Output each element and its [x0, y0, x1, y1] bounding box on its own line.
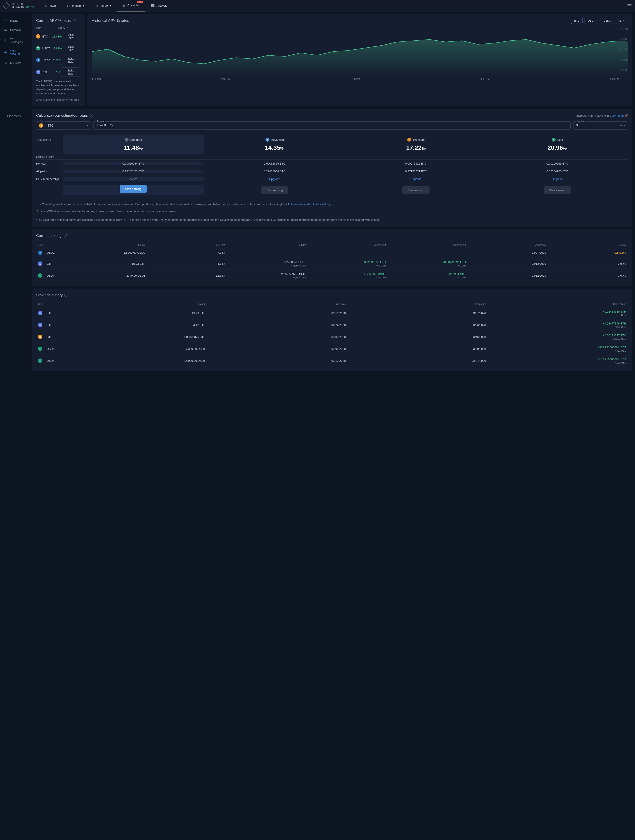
sidebar-strategies[interactable]: ⚇ My Strategies	[0, 35, 29, 46]
nav-margin[interactable]: ⫾⫾ Margin ▾	[62, 0, 89, 11]
standard-icon: ○	[124, 137, 129, 142]
start-earning-button[interactable]: Start earning	[261, 186, 288, 194]
nav-turbo[interactable]: ◎ Turbo ▾	[90, 0, 115, 11]
learn-more-link[interactable]: Learn more about DeFi staking.	[291, 202, 331, 206]
chart-tab-usdt[interactable]: USDT	[585, 17, 599, 24]
info-icon[interactable]: i	[72, 19, 76, 22]
chevron-down-icon: ▾	[110, 4, 111, 7]
tier-elite: ♔Elite 20.96%*	[487, 135, 628, 154]
apy-row: $ USDC 7.23% Stake now	[36, 55, 80, 65]
history-row: TUSDT 15,000.00 USDT 02/12/2020 02/24/20…	[36, 355, 628, 366]
chart-tab-usdc[interactable]: USDC	[600, 17, 614, 24]
briefcase-icon: ▭	[3, 28, 8, 32]
main-nav: ⌂ Main ⫾⫾ Margin ▾ ◎ Turbo ▾ HOT! ◉ Cove…	[39, 0, 172, 11]
chevron-down-icon: ▾	[87, 124, 88, 127]
card-title: Current stakings	[36, 234, 63, 238]
coin-select[interactable]: Coin ₿ BTC ▾	[36, 121, 91, 130]
eth-icon: Ξ	[38, 311, 43, 315]
stake-button[interactable]: Stake now	[62, 44, 80, 53]
staking-row: $USDC 12,000.00 USDC 7.23% – – – 03/27/2…	[36, 248, 628, 257]
info-icon[interactable]: i	[65, 294, 68, 297]
yield-label: Yield (APY)	[36, 135, 63, 154]
apy-row: ₿ BTC 11.48% Stake now	[36, 32, 80, 41]
premium-icon: ♛	[407, 137, 411, 142]
eth-icon: Ξ	[38, 261, 43, 266]
header: BTC/USD 39,347.84 +3.12% ⌂ Main ⫾⫾ Margi…	[0, 0, 635, 11]
start-earning-button[interactable]: Start earning	[544, 186, 570, 194]
stakings-history-card: Stakings history i Coin Staked Open date…	[32, 289, 632, 371]
upgrade-link[interactable]: Upgrade	[487, 177, 628, 181]
history-row: ₿BTC 1.00006875 BTC 03/08/2020 03/15/202…	[36, 331, 628, 343]
star-icon: ☆	[3, 19, 8, 22]
history-row: ΞETH 34.12 ETH 02/24/2020 03/26/2020 +0.…	[36, 319, 628, 331]
ticker: BTC/USD 39,347.84 +3.12%	[13, 3, 34, 9]
duration-input[interactable]: Duration 360 days	[573, 121, 628, 130]
calculator-card: Calculate your estimated return i Increa…	[32, 109, 632, 227]
chart-icon: 📈	[151, 4, 155, 8]
card-title: Calculate your estimated return	[36, 114, 88, 118]
sidebar-cov[interactable]: ◎ My COV	[0, 58, 29, 68]
eth-icon: Ξ	[36, 70, 40, 74]
nav-main[interactable]: ⌂ Main	[39, 0, 60, 11]
usdt-icon: T	[38, 273, 43, 278]
nav-analysis[interactable]: 📈 Analysis	[147, 0, 172, 11]
stake-button[interactable]: Stake now	[62, 32, 80, 41]
coins-icon: ◉	[3, 50, 7, 54]
elite-icon: ♔	[551, 137, 556, 142]
usdc-icon: $	[36, 58, 40, 62]
covesting-icon: ◉	[122, 3, 126, 8]
history-row: ΞETH 13.23 ETH 03/10/2020 03/27/2020 +0.…	[36, 307, 628, 319]
apy-note-2: APY% rates are updated in real time.	[36, 98, 80, 102]
chart-area: +4.75%+4.50%+4.25%+4.00%+3.75%	[92, 27, 628, 76]
ticker-pair: BTC/USD	[13, 3, 34, 5]
ticker-change: +3.12%	[26, 6, 34, 8]
cov-token-link[interactable]: COV token	[610, 114, 624, 117]
usdt-icon: T	[36, 46, 40, 51]
apy-row: Ξ ETH 4.74% Stake now	[36, 68, 80, 77]
ticker-price: 39,347.84	[13, 6, 24, 9]
amount-input[interactable]: Amount 1.57686875	[93, 121, 570, 130]
upgrade-link[interactable]: Upgrade	[204, 177, 345, 181]
start-earning-button[interactable]: Start earning	[402, 186, 429, 194]
history-row: TUSDT 17,300.00 USDT 02/05/2020 03/09/20…	[36, 343, 628, 355]
card-title: Stakings history	[36, 293, 63, 297]
info-icon[interactable]: i	[65, 234, 68, 237]
cov-icon: ◎	[3, 61, 8, 65]
target-icon: ◎	[95, 4, 99, 8]
historical-apy-card: Historical APY % rates BTCUSDTUSDCETH +4…	[87, 14, 632, 106]
card-title: Current APY % rates	[36, 19, 71, 23]
bars-icon: ⫾⫾	[66, 4, 70, 8]
sidebar: ☆ Rating ▭ Portfolio ⚇ My Strategies ◉ Y…	[0, 11, 29, 374]
btc-icon: ₿	[38, 335, 43, 339]
btc-icon: ₿	[36, 34, 40, 39]
sidebar-rating[interactable]: ☆ Rating	[0, 16, 29, 25]
home-icon: ⌂	[44, 4, 48, 8]
menu-button[interactable]	[627, 4, 632, 7]
advanced-icon: ◆	[265, 137, 269, 142]
btc-icon: ₿	[39, 123, 43, 128]
apy-note: Yield (APY%) is an estimated number whic…	[36, 79, 80, 95]
strategies-icon: ⚇	[3, 38, 7, 43]
warning-icon: ⚠	[36, 209, 39, 213]
tier-standard: ○Standard 11.48%*	[63, 135, 204, 154]
stake-button[interactable]: Stake now	[61, 55, 80, 65]
staking-row: TUSDT 2340.00 USDT 12.83% 2,352.50925 US…	[36, 270, 628, 281]
sidebar-yield[interactable]: ◉ Yield account	[0, 46, 29, 58]
upgrade-link[interactable]: Upgrade	[345, 177, 487, 181]
eth-icon: Ξ	[38, 323, 43, 327]
staking-row: ΞETH 15.22 ETH 4.74% 15.24805553 ETH≈33,…	[36, 257, 628, 270]
usdt-icon: T	[38, 358, 43, 363]
chart-tab-btc[interactable]: BTC	[571, 17, 583, 24]
usdc-icon: $	[38, 251, 43, 255]
nav-covesting[interactable]: HOT! ◉ Covesting	[117, 0, 145, 11]
info-icon[interactable]: i	[90, 114, 93, 117]
card-title: Historical APY % rates	[92, 19, 129, 23]
stake-button[interactable]: Stake now	[61, 68, 80, 77]
start-earning-button[interactable]: Start earning	[120, 185, 147, 193]
sidebar-portfolio[interactable]: ▭ Portfolio	[0, 25, 29, 35]
logo[interactable]	[2, 2, 10, 9]
chart-tab-eth[interactable]: ETH	[616, 17, 628, 24]
chevron-left-icon: ‹	[3, 114, 5, 118]
hide-menu-button[interactable]: ‹ Hide menu	[0, 112, 29, 120]
chart-tabs: BTCUSDTUSDCETH	[571, 17, 628, 24]
